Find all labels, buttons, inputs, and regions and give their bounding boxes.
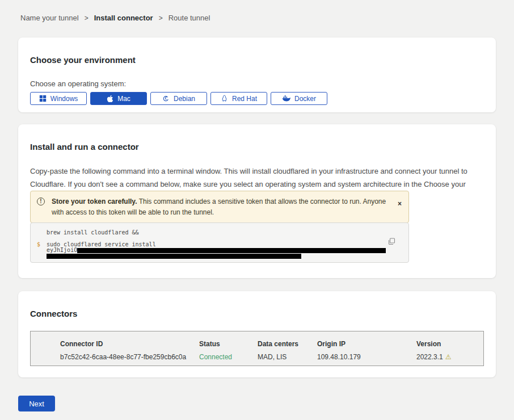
environment-card-title: Choose your environment <box>18 37 496 65</box>
os-button-label: Docker <box>294 95 316 103</box>
status-badge: Connected <box>199 353 258 361</box>
version-number: 2022.3.1 <box>416 353 443 361</box>
install-command-codeblock: brew install cloudflared && $ sudo cloud… <box>30 222 409 263</box>
connectors-table-header: Connector ID Status Data centers Origin … <box>60 340 483 348</box>
redacted-token-bar <box>77 248 386 253</box>
redhat-icon <box>221 95 228 102</box>
header-connector-id: Connector ID <box>60 340 199 348</box>
token-prefix: eyJhIjoiO <box>47 247 77 253</box>
breadcrumb-separator: > <box>85 14 89 22</box>
os-button-label: Debian <box>174 95 195 103</box>
os-button-redhat[interactable]: Red Hat <box>210 92 267 105</box>
install-card-title: Install and run a connector <box>18 124 496 152</box>
close-icon[interactable]: × <box>398 200 402 207</box>
environment-card: Choose your environment Choose an operat… <box>18 37 496 112</box>
connectors-card-title: Connectors <box>18 291 496 318</box>
redacted-token-bar <box>47 254 301 259</box>
breadcrumb: Name your tunnel > Install connector > R… <box>0 0 514 22</box>
debian-icon <box>162 95 170 102</box>
docker-icon <box>282 95 290 102</box>
breadcrumb-name-your-tunnel[interactable]: Name your tunnel <box>20 14 79 22</box>
breadcrumb-separator: > <box>159 14 163 22</box>
header-data-centers: Data centers <box>258 340 317 348</box>
os-select-label: Choose an operating system: <box>18 65 496 92</box>
os-button-label: Windows <box>50 95 78 103</box>
os-button-group: Windows Mac Debian R <box>18 92 496 105</box>
version-value: 2022.3.1⚠ <box>416 353 483 361</box>
warning-bold-text: Store your token carefully. <box>52 198 137 205</box>
next-button[interactable]: Next <box>18 396 55 411</box>
copy-icon[interactable] <box>388 238 395 245</box>
apple-icon <box>107 95 113 103</box>
code-line-brew: brew install cloudflared && <box>47 229 386 236</box>
table-row: b7c52c42-6caa-48ee-8c77-fbe259cb6c0a Con… <box>60 353 483 361</box>
code-line-sudo: sudo cloudflared service install <box>47 242 386 247</box>
header-origin-ip: Origin IP <box>317 340 416 348</box>
token-warning-banner: ! Store your token carefully. This comma… <box>30 191 409 223</box>
data-centers-value: MAD, LIS <box>258 353 317 361</box>
install-connector-card: Install and run a connector Copy-paste t… <box>18 124 496 278</box>
connector-id-value: b7c52c42-6caa-48ee-8c77-fbe259cb6c0a <box>60 353 199 361</box>
os-button-docker[interactable]: Docker <box>271 92 327 105</box>
breadcrumb-install-connector[interactable]: Install connector <box>94 14 153 22</box>
breadcrumb-route-tunnel[interactable]: Route tunnel <box>168 14 210 22</box>
windows-icon <box>39 95 47 102</box>
shell-prompt: $ <box>37 241 40 247</box>
header-version: Version <box>416 340 483 348</box>
os-button-debian[interactable]: Debian <box>150 92 207 105</box>
warning-triangle-icon: ⚠ <box>445 353 452 361</box>
os-button-label: Mac <box>117 95 130 103</box>
os-button-mac[interactable]: Mac <box>90 92 147 105</box>
info-circle-icon: ! <box>37 198 45 205</box>
os-button-windows[interactable]: Windows <box>30 92 87 105</box>
header-status: Status <box>199 340 258 348</box>
connectors-card: Connectors Connector ID Status Data cent… <box>18 291 496 377</box>
origin-ip-value: 109.48.10.179 <box>317 353 416 361</box>
os-button-label: Red Hat <box>232 95 257 103</box>
connectors-table: Connector ID Status Data centers Origin … <box>30 331 484 366</box>
code-line-token: eyJhIjoiO <box>47 247 386 253</box>
